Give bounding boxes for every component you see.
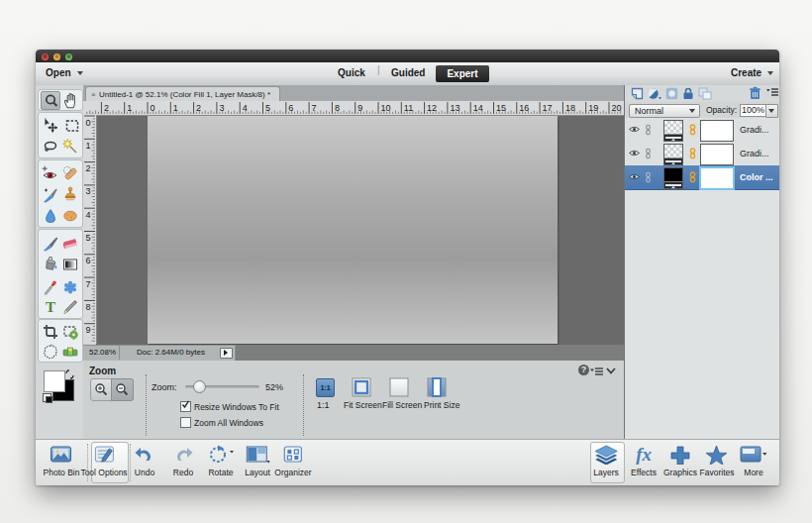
svg-text:19: 19 — [588, 103, 598, 113]
svg-text:T: T — [46, 299, 55, 315]
svg-text:5: 5 — [265, 103, 270, 113]
svg-text:2: 2 — [86, 163, 91, 173]
svg-text:3: 3 — [219, 103, 224, 113]
svg-text:16: 16 — [519, 103, 529, 113]
svg-text:10: 10 — [381, 103, 391, 113]
svg-text:9: 9 — [357, 103, 362, 113]
svg-text:8: 8 — [86, 302, 91, 312]
svg-text:7: 7 — [86, 279, 91, 289]
svg-text:0: 0 — [151, 103, 155, 113]
svg-text:1: 1 — [127, 103, 132, 113]
svg-text:11: 11 — [404, 103, 413, 113]
svg-text:1: 1 — [86, 141, 91, 151]
svg-text:15: 15 — [496, 103, 506, 113]
svg-text:18: 18 — [565, 103, 575, 113]
svg-text:4: 4 — [86, 210, 91, 220]
svg-text:0: 0 — [86, 118, 91, 128]
svg-text:7: 7 — [312, 103, 317, 113]
svg-text:9: 9 — [86, 325, 91, 335]
svg-text:20: 20 — [612, 103, 622, 113]
svg-text:6: 6 — [86, 256, 91, 265]
svg-text:14: 14 — [473, 103, 483, 113]
svg-text:2: 2 — [104, 103, 109, 113]
svg-text:5: 5 — [86, 233, 91, 243]
svg-text:2: 2 — [196, 103, 201, 113]
svg-text:12: 12 — [427, 103, 437, 113]
svg-text:4: 4 — [243, 103, 248, 113]
svg-text:fx: fx — [636, 445, 652, 465]
svg-text:6: 6 — [288, 103, 293, 113]
svg-text:13: 13 — [450, 103, 459, 113]
svg-text:1: 1 — [173, 103, 178, 113]
svg-text:8: 8 — [335, 103, 340, 113]
svg-text:17: 17 — [543, 103, 553, 113]
svg-text:3: 3 — [86, 186, 91, 196]
